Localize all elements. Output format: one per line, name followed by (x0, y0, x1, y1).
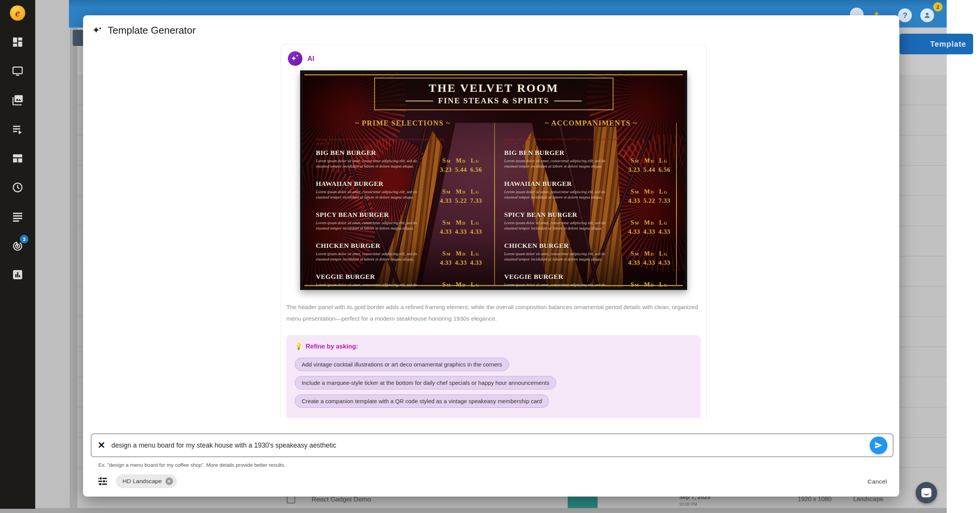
item-sizes: Sm Md Lg (621, 188, 678, 195)
menu-item: VEGGIE BURGERLorem ipsum dolor sit amet,… (313, 273, 493, 290)
menu-items: BIG BEN BURGERLorem ipsum dolor sit amet… (313, 149, 493, 290)
item-sizes: Sm Md Lg (432, 157, 490, 164)
menu-item: CHICKEN BURGERLorem ipsum dolor sit amet… (313, 242, 493, 273)
scrollbar[interactable] (70, 28, 77, 508)
menu-items: BIG BEN BURGERLorem ipsum dolor sit amet… (501, 149, 681, 290)
modal-title-row: ✦✦ Template Generator (92, 24, 196, 36)
dashboard-icon (11, 36, 24, 48)
item-prices: 4.33 4.33 4.33 (432, 228, 490, 236)
send-icon (874, 441, 883, 449)
item-prices: 4.33 5.22 7.33 (432, 197, 490, 205)
item-sizes: Sm Md Lg (621, 250, 678, 257)
row-resolution: 1920 x 1080 (798, 496, 831, 503)
item-desc: Lorem ipsum dolor sit amet, consectetur … (316, 220, 431, 231)
generated-template-preview[interactable]: THE VELVET ROOM FINE STEAKS & SPIRITS ~ … (300, 70, 687, 290)
suggestion-chip[interactable]: Create a companion template with a QR co… (295, 394, 549, 408)
item-name: VEGGIE BURGER (504, 273, 621, 281)
account-icon[interactable] (920, 8, 934, 22)
clock-icon (11, 181, 24, 194)
tune-icon[interactable] (97, 476, 108, 487)
person-icon (923, 11, 931, 19)
gold-border-line (304, 74, 683, 75)
item-sizes: Sm Md Lg (621, 281, 678, 288)
row-time: 10:08 PM (679, 502, 697, 506)
chat-icon (921, 488, 931, 497)
chat-launcher-button[interactable] (916, 482, 937, 503)
clear-input-icon[interactable]: ✕ (98, 441, 105, 450)
ai-response-card: ✦✦ AI (281, 44, 707, 418)
refine-suggestions: Add vintage cocktail illustrations or ar… (295, 358, 692, 408)
menu-item: SPICY BEAN BURGERLorem ipsum dolor sit a… (501, 211, 681, 242)
menu-title: THE VELVET ROOM (379, 81, 609, 94)
cancel-button[interactable]: Cancel (867, 478, 887, 485)
prompt-input[interactable] (111, 441, 866, 449)
item-prices: 4.33 4.33 4.33 (432, 259, 490, 267)
analytics-icon (11, 269, 24, 281)
item-sizes: Sm Md Lg (432, 250, 490, 257)
bottom-edge-band (0, 508, 947, 513)
modal-title: Template Generator (108, 24, 196, 36)
playlist-icon (11, 123, 24, 135)
menu-item: BIG BEN BURGERLorem ipsum dolor sit amet… (313, 149, 493, 180)
row-name: React Gadget Demo (312, 496, 371, 503)
remove-filter-icon[interactable]: ✕ (165, 477, 173, 485)
item-sizes: Sm Md Lg (432, 219, 490, 226)
row-orientation: Landscape (853, 496, 883, 503)
item-name: BIG BEN BURGER (316, 149, 432, 157)
item-desc: Lorem ipsum dolor sit amet, consectetur … (316, 282, 431, 290)
sidebar-item-media-library[interactable] (10, 93, 25, 108)
sidebar-item-displays[interactable] (10, 64, 25, 79)
menu-item: SPICY BEAN BURGERLorem ipsum dolor sit a… (313, 211, 493, 242)
item-desc: Lorem ipsum dolor sit amet, consectetur … (504, 251, 619, 262)
item-desc: Lorem ipsum dolor sit amet, consectetur … (316, 189, 431, 200)
item-name: VEGGIE BURGER (316, 273, 432, 281)
new-template-button[interactable]: Template (900, 34, 973, 54)
menu-item: HAWAIIAN BURGERLorem ipsum dolor sit ame… (313, 180, 493, 211)
menu-item: HAWAIIAN BURGERLorem ipsum dolor sit ame… (501, 180, 681, 211)
template-generator-modal: ✦✦ Template Generator ✦✦ AI (83, 15, 899, 497)
sidebar-item-layouts[interactable] (10, 151, 25, 166)
menu-item: CHICKEN BURGERLorem ipsum dolor sit amet… (501, 242, 681, 273)
refine-title-row: 💡 Refine by asking: (295, 343, 692, 350)
menu-subtitle: FINE STEAKS & SPIRITS (438, 96, 549, 106)
item-prices: 3.23 5.44 6.56 (432, 166, 490, 174)
suggestion-chip[interactable]: Add vintage cocktail illustrations or ar… (295, 358, 509, 371)
ai-avatar: ✦✦ (288, 51, 302, 66)
rule-line (554, 101, 582, 101)
media-library-icon (11, 94, 24, 106)
sidebar-item-analytics[interactable] (10, 267, 25, 282)
layout-icon (11, 152, 24, 164)
item-sizes: Sm Md Lg (621, 157, 678, 164)
suggestion-chip[interactable]: Include a marquee-style ticker at the bo… (295, 376, 556, 389)
menu-column-accompaniments: ~ ACCOMPANIMENTS ~ Warning: unserialize(… (501, 119, 681, 290)
menu-section-title: ~ ACCOMPANIMENTS ~ (501, 119, 681, 127)
warning-text: Warning: unserialize(): Error at offset … (316, 137, 446, 147)
sidebar-item-dashboard[interactable] (10, 34, 25, 50)
item-prices: 3.23 5.44 6.56 (621, 166, 678, 174)
sidebar-item-reports[interactable] (10, 209, 25, 224)
ai-header-row: ✦✦ AI (288, 51, 706, 66)
app-logo[interactable]: e (10, 5, 25, 21)
filter-chip-hd-landscape[interactable]: HD Landscape ✕ (116, 474, 177, 488)
prompt-field[interactable]: ✕ (91, 433, 893, 457)
item-sizes: Sm Md Lg (432, 281, 490, 288)
send-button[interactable] (870, 436, 887, 454)
sidebar-item-whats-new[interactable]: 3 (10, 238, 25, 253)
sidebar-item-playlists[interactable] (10, 122, 25, 137)
menu-subtitle-row: FINE STEAKS & SPIRITS (379, 96, 609, 106)
help-icon[interactable]: ? (898, 8, 912, 22)
item-name: HAWAIIAN BURGER (316, 180, 432, 188)
sidebar: e (0, 0, 35, 509)
refine-title: Refine by asking: (306, 343, 358, 350)
item-name: CHICKEN BURGER (504, 242, 621, 250)
sidebar-item-schedules[interactable] (10, 180, 25, 195)
monitor-icon (11, 65, 24, 77)
item-desc: Lorem ipsum dolor sit amet, consectetur … (504, 189, 619, 200)
hidden-button-edge (73, 30, 83, 46)
item-name: CHICKEN BURGER (316, 242, 432, 250)
menu-item: BIG BEN BURGERLorem ipsum dolor sit amet… (501, 149, 681, 180)
item-name: SPICY BEAN BURGER (316, 211, 432, 219)
list-icon (11, 210, 24, 223)
item-prices: 4.33 4.33 4.33 (621, 259, 678, 267)
item-desc: Lorem ipsum dolor sit amet, consectetur … (504, 220, 619, 231)
